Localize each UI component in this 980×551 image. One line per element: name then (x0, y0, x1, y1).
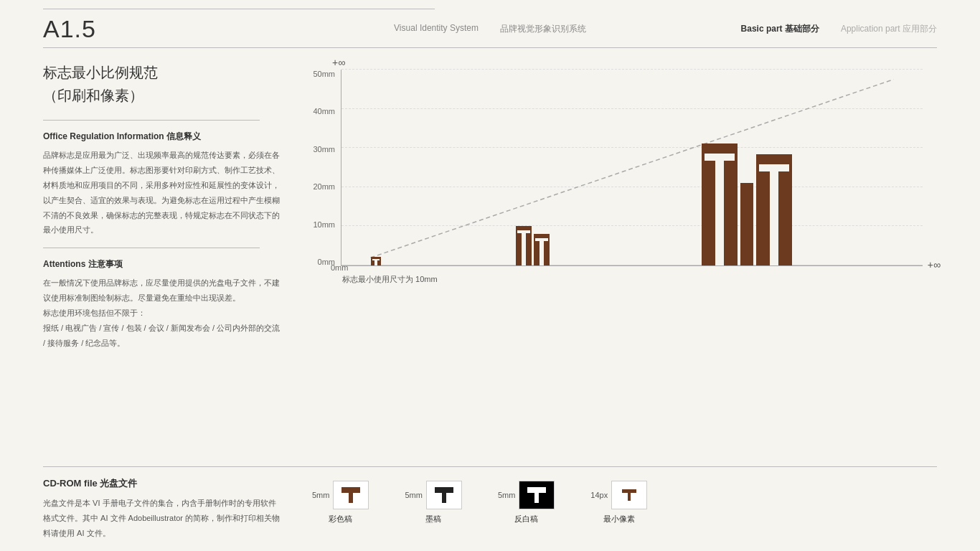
svg-rect-1 (341, 487, 360, 493)
sample4-box (611, 481, 647, 509)
section3-text: 光盘文件是本 VI 手册电子文件的集合，内含手册制作时的专用软件格式文件。其中 … (43, 496, 283, 541)
divider-2 (43, 248, 260, 248)
chart-svg (341, 70, 923, 265)
header-center: Visual Identity System 品牌视觉形象识别系统 (394, 23, 586, 35)
sample3-label: 反白稿 (514, 514, 538, 524)
header-right: Basic part 基础部分 Application part 应用部分 (741, 23, 937, 35)
main-content: 标志最小比例规范 （印刷和像素） Office Regulation Infor… (0, 48, 980, 461)
sample-pixel: 14px 最小像素 (590, 481, 647, 524)
bar-group-2 (516, 226, 550, 265)
left-panel: 标志最小比例规范 （印刷和像素） Office Regulation Infor… (43, 48, 283, 461)
sample4-label: 最小像素 (603, 514, 635, 524)
sample-reverse: 5mm 反白稿 (498, 481, 555, 524)
bottom-left: CD-ROM file 光盘文件 光盘文件是本 VI 手册电子文件的集合，内含手… (43, 477, 283, 541)
svg-rect-7 (622, 489, 636, 493)
section3-title: CD-ROM file 光盘文件 (43, 477, 283, 490)
section2-text2: 标志使用环境包括但不限于： (43, 306, 283, 321)
sample1-label: 彩色稿 (329, 514, 352, 524)
vi-system-label: Visual Identity System (394, 23, 479, 35)
chart-container: +∞ 0mm 10mm 20mm 30mm 40mm 50mm (305, 70, 937, 292)
svg-rect-2 (349, 493, 353, 503)
bar-group-3 (702, 143, 792, 265)
svg-line-0 (371, 80, 894, 258)
chart-area (341, 70, 923, 266)
reverse-t-logo (527, 486, 547, 504)
sample-color: 5mm 彩色稿 (312, 481, 369, 524)
brand-label: 品牌视觉形象识别系统 (500, 23, 586, 35)
ink-t-logo (434, 486, 454, 504)
svg-rect-3 (435, 487, 453, 493)
bar-2a (516, 226, 532, 265)
sample-pixel-box-row: 14px (590, 481, 647, 509)
section1-text: 品牌标志是应用最为广泛、出现频率最高的规范传达要素，必须在各种传播媒体上广泛使用… (43, 148, 283, 237)
bar-group-1 (371, 257, 381, 265)
section2-text3: 报纸 / 电视广告 / 宣传 / 包装 / 会议 / 新闻发布会 / 公司内外部… (43, 321, 283, 351)
page-title: 标志最小比例规范 （印刷和像素） (43, 61, 283, 107)
svg-rect-8 (628, 493, 631, 501)
application-part-label: Application part 应用部分 (841, 23, 937, 35)
y-axis-labels: 0mm 10mm 20mm 30mm 40mm 50mm (305, 70, 335, 266)
sample-color-box-row: 5mm (312, 481, 369, 509)
page-number: A1.5 (43, 15, 96, 43)
bar-1a (371, 257, 381, 265)
right-panel: +∞ 0mm 10mm 20mm 30mm 40mm 50mm (305, 48, 937, 461)
sample3-box (519, 481, 555, 509)
bottom-section: CD-ROM file 光盘文件 光盘文件是本 VI 手册电子文件的集合，内含手… (0, 467, 980, 551)
logo-samples: 5mm 彩色稿 5mm (312, 477, 937, 541)
sample4-size: 14px (590, 491, 608, 499)
svg-rect-5 (527, 487, 546, 493)
divider-1 (43, 120, 260, 121)
chart-infinity-right: +∞ (928, 259, 941, 270)
color-t-logo (341, 486, 361, 504)
bar-3c (756, 154, 792, 265)
sample1-size: 5mm (312, 491, 329, 499)
section2-text1: 在一般情况下使用品牌标志，应尽量使用提供的光盘电子文件，不建议使用标准制图绘制标… (43, 276, 283, 306)
sample2-label: 墨稿 (425, 514, 441, 524)
pixel-t-logo (622, 489, 636, 501)
chart-infinity-top: +∞ (332, 57, 345, 68)
sample2-size: 5mm (405, 491, 422, 499)
chart-0-label: 0mm (331, 263, 348, 272)
sample1-box (333, 481, 369, 509)
bar-2b (534, 234, 550, 265)
sample2-box (426, 481, 462, 509)
page: A1.5 Visual Identity System 品牌视觉形象识别系统 B… (0, 0, 980, 551)
sample-ink: 5mm 墨稿 (405, 481, 461, 524)
chart-min-label: 标志最小使用尺寸为 10mm (342, 274, 438, 285)
section1-title: Office Regulation Information 信息释义 (43, 131, 283, 143)
sample3-size: 5mm (498, 491, 515, 499)
bar-3a (702, 143, 738, 265)
svg-rect-6 (534, 493, 539, 503)
header: A1.5 Visual Identity System 品牌视觉形象识别系统 B… (0, 9, 980, 43)
sample-ink-box-row: 5mm (405, 481, 461, 509)
svg-rect-4 (442, 493, 446, 503)
section2-title: Attentions 注意事项 (43, 258, 283, 270)
bar-3b (740, 183, 753, 265)
sample-reverse-box-row: 5mm (498, 481, 555, 509)
basic-part-label: Basic part 基础部分 (741, 23, 819, 35)
